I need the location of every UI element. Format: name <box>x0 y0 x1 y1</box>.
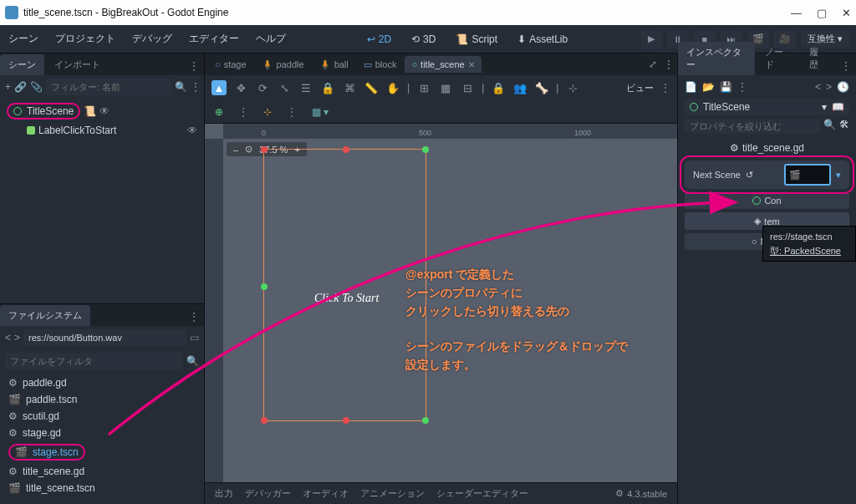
bottom-audio[interactable]: オーディオ <box>303 487 349 500</box>
bottom-output[interactable]: 出力 <box>215 487 233 500</box>
file-row[interactable]: 🎬title_scene.tscn <box>7 480 197 496</box>
attach-script-icon[interactable]: 📎 <box>30 81 43 93</box>
select-tool-icon[interactable]: ▲ <box>211 80 227 95</box>
revert-icon[interactable]: ↺ <box>746 170 753 181</box>
tab-history[interactable]: 履歴 <box>801 42 835 75</box>
lock-tool-icon[interactable]: 🔒 <box>320 80 335 95</box>
mode-2d[interactable]: ↩ 2D <box>359 30 400 48</box>
history-fwd-icon[interactable]: > <box>826 81 832 93</box>
mode-script[interactable]: 📜 Script <box>447 30 506 48</box>
visibility-toggle-icon[interactable]: 👁 <box>187 125 197 136</box>
add-node-icon[interactable]: + <box>5 81 11 93</box>
inspected-object-select[interactable]: TitleScene ▾ 📖 <box>685 99 849 115</box>
anchor-preset-icon[interactable]: ⊹ <box>263 106 272 118</box>
scene-filter-input[interactable] <box>46 79 171 95</box>
scene-root-node[interactable]: TitleScene 📜 👁 <box>3 100 113 122</box>
maximize-button[interactable]: ▢ <box>817 7 827 19</box>
tab-filesystem[interactable]: ファイルシステム <box>0 305 90 326</box>
file-row[interactable]: 🎬stage.tscn <box>7 441 197 463</box>
handle-tl[interactable] <box>261 146 268 153</box>
view-menu[interactable]: ビュー <box>626 82 654 94</box>
grid-tool-icon[interactable]: ▦ <box>438 80 453 95</box>
class-control-header[interactable]: Con <box>685 192 849 209</box>
file-row[interactable]: ⚙paddle.gd <box>7 374 197 391</box>
nav-fwd-icon[interactable]: > <box>14 332 20 344</box>
scene-tab[interactable]: 🧍ball <box>313 56 355 74</box>
bottom-debugger[interactable]: デバッガー <box>245 487 291 500</box>
snap-tool-icon[interactable]: ⊞ <box>416 80 431 95</box>
fs-search-icon[interactable]: 🔍 <box>186 355 199 367</box>
menu-editor[interactable]: エディター <box>181 27 247 51</box>
group2-icon[interactable]: 👥 <box>512 80 527 95</box>
scene-tab[interactable]: ○stage <box>208 56 253 73</box>
minimize-button[interactable]: — <box>791 7 802 19</box>
lock2-icon[interactable]: 🔒 <box>491 80 506 95</box>
handle-bm[interactable] <box>343 417 349 424</box>
scene-tab[interactable]: ▭block <box>357 56 404 74</box>
anchor-icon[interactable]: ⊹ <box>565 80 580 95</box>
fs-path-field[interactable]: res://sound/Button.wav <box>23 329 186 346</box>
fs-panel-menu-icon[interactable]: ⋮ <box>184 308 204 326</box>
scene-tab[interactable]: ○title_scene✕ <box>405 56 481 73</box>
rotate-tool-icon[interactable]: ⟳ <box>255 80 270 95</box>
new-resource-icon[interactable]: 📄 <box>685 81 697 93</box>
menu-debug[interactable]: デバッグ <box>124 27 181 51</box>
filter-search-icon[interactable]: 🔍 <box>823 119 836 134</box>
group-tool-icon[interactable]: ⌘ <box>342 80 357 95</box>
script-header[interactable]: ⚙ title_scene.gd <box>678 137 856 159</box>
menu-scene[interactable]: シーン <box>0 27 47 51</box>
close-button[interactable]: ✕ <box>842 7 851 19</box>
scene-child-node[interactable]: LabelClickToStart 👁 <box>3 122 201 139</box>
file-row[interactable]: ⚙scutil.gd <box>7 408 197 425</box>
list-tool-icon[interactable]: ☰ <box>298 80 313 95</box>
scene-bounds[interactable]: Click To Start <box>263 149 426 421</box>
ruler-tool-icon[interactable]: 📏 <box>364 80 379 95</box>
nav-back-icon[interactable]: < <box>5 332 11 344</box>
filter-settings-icon[interactable]: 🛠 <box>839 119 849 134</box>
handle-ml[interactable] <box>261 283 268 290</box>
file-row[interactable]: ⚙title_scene.gd <box>7 463 197 480</box>
script-indicator-icon[interactable]: 📜 👁 <box>84 105 109 117</box>
tab-import[interactable]: インポート <box>46 54 109 75</box>
tab-inspector[interactable]: インスペクター <box>678 42 755 75</box>
save-resource-icon[interactable]: 💾 <box>720 81 732 93</box>
scene-tabs-menu-icon[interactable]: ⋮ <box>664 59 674 70</box>
handle-br[interactable] <box>422 417 429 424</box>
scale-tool-icon[interactable]: ⤡ <box>277 80 292 95</box>
file-row[interactable]: 🎬paddle.tscn <box>7 391 197 408</box>
open-resource-icon[interactable]: 📂 <box>702 81 715 93</box>
menu-project[interactable]: プロジェクト <box>47 27 124 51</box>
search-icon[interactable]: 🔍 <box>175 81 187 93</box>
bottom-shader[interactable]: シェーダーエディター <box>436 487 528 500</box>
bottom-animation[interactable]: アニメーション <box>360 487 425 500</box>
history-back-icon[interactable]: < <box>815 81 821 93</box>
scene-panel-menu-icon[interactable]: ⋮ <box>184 57 204 75</box>
move-tool-icon[interactable]: ✥ <box>233 80 248 95</box>
property-filter-input[interactable] <box>685 119 820 134</box>
distraction-free-icon[interactable]: ⤢ <box>644 59 662 70</box>
handle-bl[interactable] <box>261 417 268 424</box>
link-node-icon[interactable]: 🔗 <box>14 81 27 93</box>
menu-help[interactable]: ヘルプ <box>247 27 294 51</box>
fs-layout-icon[interactable]: ▭ <box>190 332 199 344</box>
next-scene-field[interactable]: 🎬 <box>784 164 831 186</box>
mode-3d[interactable]: ⟲ 3D <box>403 30 444 48</box>
viewport-2d[interactable]: 0 500 1000 – ⊙ 37.5 % + <box>205 124 677 482</box>
property-dropdown-icon[interactable]: ▾ <box>836 170 841 181</box>
handle-tm[interactable] <box>343 146 349 153</box>
bone-icon[interactable]: 🦴 <box>534 80 549 95</box>
play-button[interactable]: ▶ <box>640 30 662 48</box>
add-icon[interactable]: ⊕ <box>215 106 223 118</box>
tab-node[interactable]: ノード <box>757 42 799 75</box>
tab-scene[interactable]: シーン <box>0 54 44 75</box>
file-row[interactable]: ⚙stage.gd <box>7 425 197 441</box>
handle-tr[interactable] <box>422 146 429 153</box>
smartsnap-tool-icon[interactable]: ⊟ <box>460 80 475 95</box>
history-menu-icon[interactable]: 🕓 <box>837 81 849 93</box>
pan-tool-icon[interactable]: ✋ <box>385 80 400 95</box>
container-icon[interactable]: ▦ ▾ <box>312 106 329 118</box>
close-tab-icon[interactable]: ✕ <box>468 60 475 69</box>
fs-filter-input[interactable] <box>5 353 183 369</box>
scene-tab[interactable]: 🧍paddle <box>255 56 311 74</box>
mode-assetlib[interactable]: ⬇ AssetLib <box>509 30 576 48</box>
